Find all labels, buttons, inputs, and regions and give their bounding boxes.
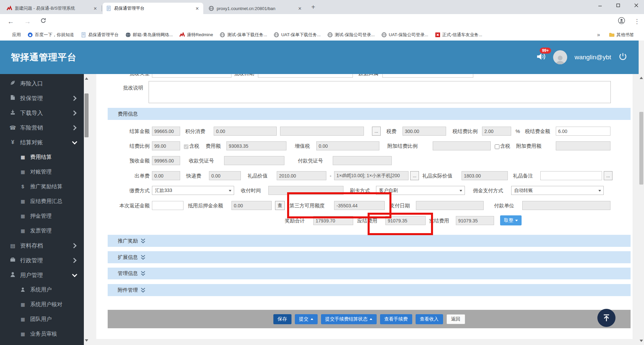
- sidebar-item-apply-mgmt[interactable]: 投保管理: [0, 91, 84, 106]
- logout-power-icon[interactable]: [619, 52, 627, 62]
- section-promo-reward[interactable]: 推广奖励: [108, 235, 631, 247]
- pay-date-input[interactable]: [416, 201, 484, 210]
- bookmark-apps[interactable]: 应用: [5, 32, 21, 38]
- sidebar-item-system-user-check[interactable]: ▦ 系统用户核对: [0, 297, 84, 312]
- forward-icon[interactable]: →: [24, 18, 31, 25]
- points-input[interactable]: [214, 127, 277, 136]
- bookmark-item[interactable]: 易保通管理平台: [81, 32, 119, 38]
- back-icon[interactable]: ←: [7, 18, 14, 25]
- fee-ratio-input[interactable]: [152, 141, 180, 150]
- view-fee-button[interactable]: 查看手续费: [380, 314, 412, 324]
- sidebar-item-agent-review[interactable]: ▦ 业务员审核: [0, 327, 84, 341]
- fee-amount-input[interactable]: [226, 141, 286, 150]
- bookmarks-overflow-chevron[interactable]: »: [597, 32, 600, 38]
- payment-no-input[interactable]: [333, 156, 392, 165]
- addl-fee-ratio-input[interactable]: [433, 141, 491, 150]
- sidebar-scrollbar[interactable]: [84, 74, 89, 345]
- commission-pay-method-select[interactable]: 自动转账: [511, 186, 604, 195]
- profile-avatar-icon[interactable]: [618, 17, 625, 26]
- close-window-button[interactable]: [629, 0, 644, 11]
- menu-kebab-icon[interactable]: ⋮: [634, 18, 640, 25]
- submit-status-button[interactable]: 提交手续费结算状态: [321, 314, 377, 324]
- back-to-top-button[interactable]: [597, 309, 615, 327]
- sidebar-item-reconciliation[interactable]: ▦ 对账管理: [0, 164, 84, 179]
- gift-picker-button[interactable]: ...: [410, 171, 419, 180]
- section-attachment-mgmt[interactable]: 附件管理: [108, 284, 631, 296]
- endorse-remark-textarea[interactable]: [149, 81, 611, 103]
- gift-value-input[interactable]: [277, 171, 326, 180]
- pay-unit-input[interactable]: [522, 201, 610, 210]
- tax-ratio-input[interactable]: [482, 127, 511, 136]
- save-button[interactable]: 保存: [273, 314, 291, 324]
- bookmark-item[interactable]: UAT-保单下载任务...: [274, 32, 320, 38]
- section-extended-info[interactable]: 扩展信息: [108, 251, 631, 263]
- close-tab-icon[interactable]: ✕: [195, 6, 200, 11]
- sidebar-item-user-mgmt[interactable]: 用户管理: [0, 268, 84, 282]
- sidebar-item-archives[interactable]: ▤ 资料存档: [0, 238, 84, 253]
- section-management-info[interactable]: 管理信息: [108, 268, 631, 279]
- close-tab-icon[interactable]: ✕: [297, 6, 303, 11]
- bookmark-item[interactable]: 康特Redmine: [179, 32, 213, 38]
- bookmark-item[interactable]: 正式-信通车友业务...: [435, 32, 482, 38]
- tab-redmine[interactable]: 新建问题 - 易保通-B/S管理系统 ✕: [3, 3, 101, 14]
- maximize-button[interactable]: [610, 0, 626, 11]
- view-income-button[interactable]: 查看收入: [416, 314, 443, 324]
- reload-icon[interactable]: [40, 18, 46, 25]
- actual-fee-input[interactable]: [456, 216, 494, 225]
- sidebar-item-deposit-mgmt[interactable]: ▦ 押金管理: [0, 209, 84, 223]
- page-scrollbar[interactable]: [639, 41, 644, 345]
- addl-tax-included-checkbox[interactable]: [495, 144, 499, 149]
- scroll-down-icon[interactable]: [85, 339, 88, 343]
- sidebar-item-fee-settlement[interactable]: ▦ 费用结算: [0, 150, 84, 164]
- tab-proxy[interactable]: proxy1.countnet.cn:20801/ban ✕: [205, 3, 306, 14]
- points-detail-input[interactable]: [280, 127, 364, 136]
- minimize-button[interactable]: [592, 0, 608, 11]
- sidebar-item-life-insurance[interactable]: 寿险入口: [0, 76, 84, 91]
- close-tab-icon[interactable]: ✕: [93, 6, 98, 11]
- other-bookmarks-button[interactable]: 其他书签: [609, 32, 634, 38]
- deposit-balance-input[interactable]: [231, 201, 272, 210]
- scrollbar-thumb[interactable]: [85, 93, 89, 137]
- pay-method-select[interactable]: 汇款333: [152, 186, 234, 195]
- sidebar-item-invoice-mgmt[interactable]: ▦ 发票管理: [0, 223, 84, 238]
- prepaid-amount-input[interactable]: [152, 156, 180, 165]
- notifications[interactable]: 99+: [536, 52, 546, 62]
- refund-amount-input[interactable]: [152, 201, 183, 210]
- bookmark-item[interactable]: UAT-保险公司登录...: [381, 32, 428, 38]
- settle-amount-input[interactable]: [152, 127, 180, 136]
- scroll-up-icon[interactable]: [640, 75, 643, 79]
- receipt-no-input[interactable]: [224, 156, 284, 165]
- gift-actual-value-input[interactable]: [462, 171, 508, 180]
- sidebar-item-auto-marketing[interactable]: ☎ 车险营销: [0, 120, 84, 135]
- tax-input[interactable]: [402, 127, 446, 136]
- bookmark-item[interactable]: 百度一下，你就知道: [28, 32, 74, 38]
- bookmark-item[interactable]: 邮箱-青岛康特网络...: [125, 32, 173, 38]
- gift-note-input[interactable]: [540, 171, 602, 180]
- tax-fee-amount-input[interactable]: [556, 127, 610, 136]
- round-button[interactable]: 取整: [500, 215, 522, 225]
- vat-input[interactable]: [316, 141, 379, 150]
- gift-detail-input[interactable]: [334, 171, 409, 180]
- user-avatar[interactable]: [553, 50, 567, 64]
- scroll-down-icon[interactable]: [640, 340, 643, 344]
- tab-active-platform[interactable]: 易保通管理平台 ✕: [103, 3, 203, 14]
- scrollbar-thumb[interactable]: [639, 112, 643, 185]
- sidebar-item-settlement[interactable]: ¥ 结算对账: [0, 135, 84, 150]
- points-picker-button[interactable]: ...: [372, 127, 381, 136]
- sidebar-item-download-import[interactable]: 下载导入: [0, 106, 84, 120]
- sidebar-item-admin-mgmt[interactable]: 行政管理: [0, 253, 84, 268]
- submit-button[interactable]: 提交: [295, 314, 318, 324]
- tax-included-checkbox[interactable]: [184, 144, 189, 149]
- issue-fee-input[interactable]: [152, 171, 180, 180]
- gift-note-picker-button[interactable]: ...: [604, 171, 612, 180]
- sidebar-item-fee-summary[interactable]: ▦ 应结费用汇总: [0, 194, 84, 209]
- addl-fee-amount-input[interactable]: [556, 141, 610, 150]
- express-fee-input[interactable]: [209, 171, 241, 180]
- bookmark-item[interactable]: 测试-保单下载任务...: [220, 32, 267, 38]
- sidebar-item-promo-reward-settlement[interactable]: $ 推广奖励结算: [0, 179, 84, 194]
- deposit-check-button[interactable]: 查: [275, 201, 285, 210]
- sidebar-item-system-users[interactable]: 系统用户: [0, 282, 84, 297]
- back-button[interactable]: 返回: [446, 314, 465, 324]
- sidebar-item-team-users[interactable]: ▦ 团队用户: [0, 312, 84, 327]
- bookmark-item[interactable]: 测试-保险公司登录...: [327, 32, 375, 38]
